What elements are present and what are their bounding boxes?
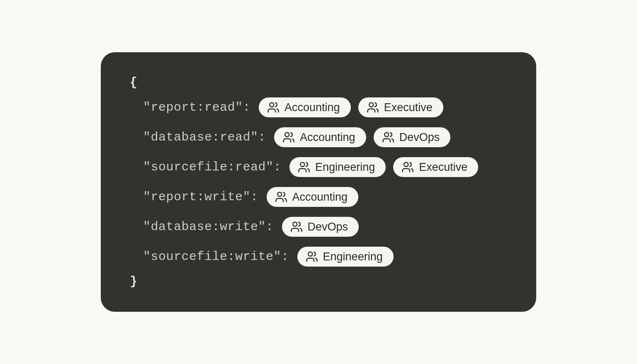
group-chips: Engineering <box>297 247 394 267</box>
svg-point-2 <box>285 133 289 137</box>
permission-row: "sourcefile:write": Engineering <box>143 245 507 268</box>
permission-key: "sourcefile:write": <box>143 250 289 264</box>
group-chip: DevOps <box>282 217 359 237</box>
group-chip: Executive <box>358 97 443 117</box>
group-label: Engineering <box>315 162 375 173</box>
svg-point-7 <box>293 222 297 226</box>
users-icon <box>275 191 287 203</box>
permission-key: "report:write": <box>143 190 258 204</box>
group-chips: Engineering Executive <box>289 157 478 177</box>
group-label: Executive <box>419 162 467 173</box>
svg-point-8 <box>308 252 312 256</box>
permission-row: "sourcefile:read": Engineering Executive <box>143 156 507 178</box>
permission-key: "database:write": <box>143 220 274 234</box>
permission-row: "database:write": DevOps <box>143 216 507 238</box>
group-label: Accounting <box>292 192 348 203</box>
group-chip: Executive <box>393 157 478 177</box>
permissions-panel: { "report:read": Accounting Executive "d… <box>101 52 536 312</box>
group-chip: Accounting <box>274 127 366 147</box>
svg-point-3 <box>384 133 389 137</box>
users-icon <box>282 131 295 143</box>
users-icon <box>267 101 280 114</box>
users-icon <box>401 161 414 173</box>
group-label: DevOps <box>399 132 440 143</box>
group-label: Accounting <box>300 132 355 143</box>
users-icon <box>382 131 394 143</box>
group-label: Executive <box>384 102 433 113</box>
users-icon <box>298 161 310 173</box>
group-chips: Accounting <box>267 187 359 207</box>
svg-point-4 <box>300 163 304 167</box>
permission-key: "sourcefile:read": <box>143 160 281 174</box>
group-chips: DevOps <box>282 217 359 237</box>
permission-row: "database:read": Accounting DevOps <box>143 126 507 148</box>
permission-row: "report:read": Accounting Executive <box>143 96 507 119</box>
svg-point-0 <box>270 103 274 107</box>
group-chip: Accounting <box>267 187 359 207</box>
group-chip: Engineering <box>289 157 386 177</box>
group-chip: DevOps <box>374 127 451 147</box>
users-icon <box>367 101 379 114</box>
open-brace: { <box>130 76 507 89</box>
permission-key: "report:read": <box>143 100 250 114</box>
close-brace: } <box>130 275 507 288</box>
users-icon <box>306 250 318 263</box>
users-icon <box>290 221 303 233</box>
svg-point-5 <box>404 163 408 167</box>
group-label: Accounting <box>284 102 340 113</box>
svg-point-6 <box>277 192 282 197</box>
group-chip: Engineering <box>297 247 394 267</box>
permission-row: "report:write": Accounting <box>143 186 507 208</box>
group-chips: Accounting Executive <box>259 97 443 117</box>
permission-key: "database:read": <box>143 130 266 144</box>
group-chip: Accounting <box>259 97 351 117</box>
group-label: DevOps <box>308 221 348 233</box>
svg-point-1 <box>369 103 373 107</box>
group-chips: Accounting DevOps <box>274 127 450 147</box>
group-label: Engineering <box>323 251 383 262</box>
